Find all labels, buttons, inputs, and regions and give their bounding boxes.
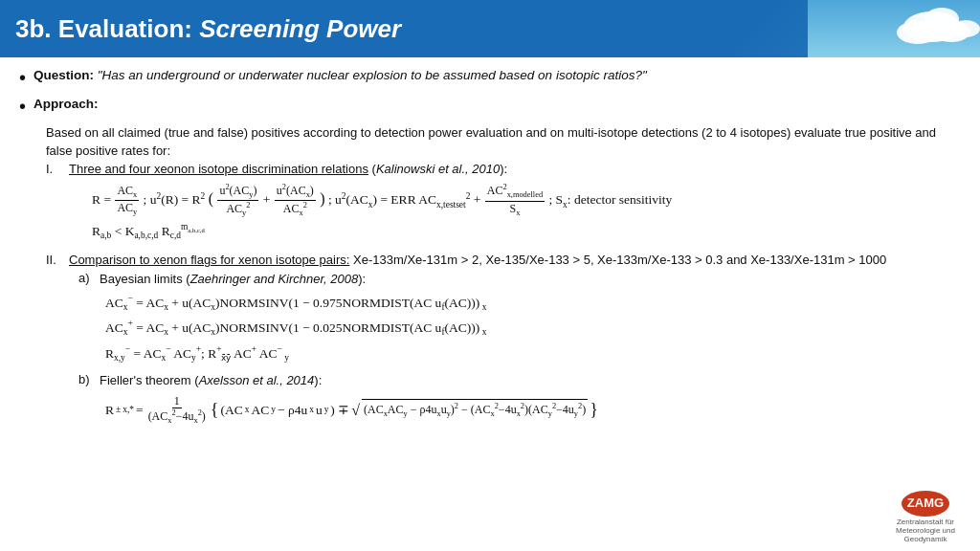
roman-2-underline: Comparison to xenon flags for xenon isot… [69, 253, 349, 267]
formula-1b: Ra,b < Ka,b,c,d Rc,dma,b,c,d [92, 220, 961, 243]
frac-u2acy: u2(ACy) ACy2 [217, 183, 258, 219]
alpha-label-b: b) [78, 371, 100, 430]
cloud-decoration [808, 0, 980, 57]
title-italic: Screening Power [199, 14, 401, 43]
bullet-2: • [19, 94, 26, 119]
alpha-body-b: Fieller's theorem (Axelsson et al., 2014… [100, 371, 961, 430]
roman-item-2: II. Comparison to xenon flags for xenon … [46, 252, 961, 432]
frac-acx-acy: ACx ACy [115, 184, 139, 218]
alpha-list: a) Bayesian limits (Zaehringer and Kirch… [78, 270, 961, 430]
ref-zaehringer: Zaehringer and Kirchner, 2008 [190, 272, 359, 286]
ref-axelsson: Axelsson et al., 2014 [199, 373, 315, 387]
svg-point-5 [951, 20, 980, 37]
formula-2a3: Rx,y− = ACx− ACy+; R+x̄ȳ AC+ AC− y [105, 342, 961, 365]
alpha-label-a: a) [78, 270, 100, 369]
zamg-circle-logo: ZAMG [902, 491, 949, 517]
bullet-1: • [19, 65, 26, 90]
frac-ac2-sx: AC2x,modelled Sx [485, 183, 545, 218]
question-content: Question: "Has an underground or underwa… [33, 67, 961, 85]
roman-body-1: Three and four xeonon isotope discrimina… [69, 161, 961, 248]
slide-title: 3b. Evaluation: Screening Power [15, 14, 401, 44]
approach-label: Approach: [33, 97, 99, 111]
roman-num-1: I. [46, 161, 69, 248]
formula-block-1: R = ACx ACy ; u2(R) = R2 ( u2(ACy) ACy2 [92, 183, 961, 244]
slide-header: 3b. Evaluation: Screening Power [0, 0, 980, 57]
alpha-body-a: Bayesian limits (Zaehringer and Kirchner… [100, 270, 961, 369]
roman-num-2: II. [46, 252, 69, 432]
formula-2a2: ACx+ = ACx + u(ACx)NORMSINV(1 − 0.025NOR… [105, 317, 961, 340]
alpha-item-b: b) Fieller's theorem (Axelsson et al., 2… [78, 371, 961, 430]
roman-1-underline: Three and four xeonon isotope discrimina… [69, 162, 368, 176]
alpha-item-a: a) Bayesian limits (Zaehringer and Kirch… [78, 270, 961, 369]
frac-fieller: 1 (ACx2−4ux2) [146, 394, 208, 427]
roman-body-2: Comparison to xenon flags for xenon isot… [69, 252, 961, 432]
formula-2a1: ACx− = ACx + u(ACx)NORMSINV(1 − 0.975NOR… [105, 292, 961, 315]
slide-content: • Question: "Has an underground or under… [0, 57, 980, 441]
approach-intro: Based on all claimed (true and false) po… [46, 124, 961, 161]
formula-2b1: R±x,* = 1 (ACx2−4ux2) { (ACxACy − ρ4uxuy… [105, 394, 961, 427]
roman-2-rest: Xe-133m/Xe-131m > 2, Xe-135/Xe-133 > 5, … [353, 253, 886, 267]
formula-block-2b: R±x,* = 1 (ACx2−4ux2) { (ACxACy − ρ4uxuy… [105, 394, 961, 427]
question-section: • Question: "Has an underground or under… [19, 67, 961, 90]
zamg-tagline: Zentralanstalt fürMeteorologie undGeodyn… [896, 518, 955, 543]
approach-content: Approach: [33, 96, 961, 114]
title-prefix: 3b. Evaluation: [15, 14, 199, 43]
frac-u2acx: u2(ACx) ACx2 [275, 183, 316, 219]
roman-list: I. Three and four xeonon isotope discrim… [46, 161, 961, 432]
roman-item-1: I. Three and four xeonon isotope discrim… [46, 161, 961, 248]
formula-1a: R = ACx ACy ; u2(R) = R2 ( u2(ACy) ACy2 [92, 183, 961, 219]
formula-block-2a: ACx− = ACx + u(ACx)NORMSINV(1 − 0.975NOR… [105, 292, 961, 365]
question-italic: "Has an underground or underwater nuclea… [98, 68, 647, 82]
zamg-logo: ZAMG Zentralanstalt fürMeteorologie undG… [882, 491, 969, 543]
question-label: Question: [33, 68, 94, 82]
approach-section: • Approach: [19, 96, 961, 119]
roman-1-rest: (Kalinowski et al., 2010): [372, 162, 508, 176]
approach-body: Based on all claimed (true and false) po… [46, 124, 961, 431]
